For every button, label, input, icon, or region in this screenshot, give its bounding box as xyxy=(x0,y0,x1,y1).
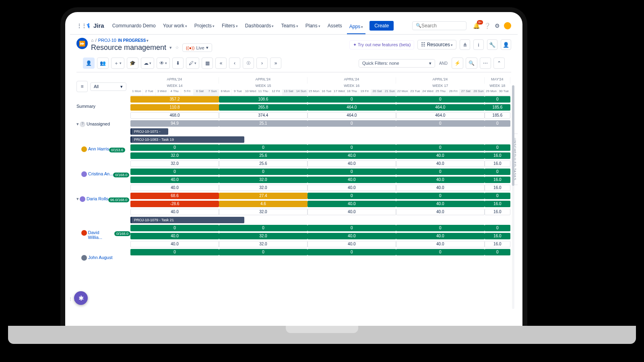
nav-last-icon[interactable]: » xyxy=(270,58,281,69)
org-link[interactable]: Communardo Demo xyxy=(110,21,158,30)
search-icon-tb[interactable]: 🔍 xyxy=(466,58,477,69)
scrollbar[interactable] xyxy=(512,85,514,309)
timeline-grid[interactable]: APRIL'24APRIL'24APRIL'24APRIL'24MAY'24 W… xyxy=(130,77,510,321)
project-icon[interactable]: ⏩ xyxy=(76,38,88,49)
add-button[interactable]: ＋ xyxy=(111,58,124,69)
capacity-row: ▭40.032.040.040.016.0 xyxy=(130,208,510,216)
wrench-icon[interactable]: 🔧 xyxy=(487,39,497,50)
search-icon: 🔍 xyxy=(416,23,421,28)
capacity-row: ≡00000 xyxy=(130,224,510,232)
nav-your-work[interactable]: Your work xyxy=(161,21,190,30)
resource-list: ≡ All▾ Summary ▾?UnassignedAnn Harris0/1… xyxy=(70,77,130,321)
calendar-button[interactable]: ▦ xyxy=(202,58,213,69)
status-badge[interactable]: IN PROGRESS xyxy=(118,38,149,43)
bolt-icon[interactable]: ⚡ xyxy=(452,58,463,69)
capacity-row: ▭-28.64.640.040.016.0 xyxy=(130,200,510,208)
chevron-down-icon[interactable]: ▾ xyxy=(169,45,172,50)
highlight-button[interactable]: 🖊 xyxy=(186,58,199,69)
capacity-row: ≡00000 xyxy=(130,168,510,175)
project-key-link[interactable]: PROJ-10 xyxy=(98,38,116,43)
nav-apps[interactable]: Apps xyxy=(347,22,365,34)
capacity-row: ≡68.627.4000 xyxy=(130,192,510,200)
filter-all-dropdown[interactable]: All▾ xyxy=(90,82,126,91)
nav-today-icon[interactable]: ☉ xyxy=(243,58,254,69)
page-title: Resource management xyxy=(91,43,166,52)
nav-dashboards[interactable]: Dashboards xyxy=(243,21,277,30)
resources-dropdown[interactable]: ☷ Resources xyxy=(417,40,456,49)
capacity-row: ▭40.032.040.040.016.0 xyxy=(130,176,510,183)
chevron-down-icon[interactable]: ▾ xyxy=(76,196,79,202)
capacity-row: ≡94.925.1000 xyxy=(130,120,510,127)
page-header: ⏩ ⌂ / PROJ-10 IN PROGRESS Resource manag… xyxy=(70,35,518,72)
nav-prev-icon[interactable]: ‹ xyxy=(229,58,240,69)
quick-filters-dropdown[interactable]: Quick Filters: none▾ xyxy=(359,59,435,68)
profile-avatar[interactable] xyxy=(504,22,511,29)
resource-row[interactable]: Ann Harris0/153.6 xyxy=(76,146,130,171)
live-indicator[interactable]: ((●))Live▾ xyxy=(182,43,212,52)
task-bar[interactable]: PROJ-10-1083 - Task 19 xyxy=(130,136,244,143)
nav-teams[interactable]: Teams xyxy=(279,21,300,30)
resource-row[interactable]: David Willia...0/168.0 xyxy=(76,229,130,254)
more-icon[interactable]: ⋯ xyxy=(480,58,491,69)
resource-row[interactable]: ▾Daria Rolls96.0/168.0 xyxy=(76,195,130,229)
toolbar: 👤 👥 ＋ 🎓 ☁ 👁 ⬇ 🖊 ▦ « ‹ ☉ › » Quick Filter… xyxy=(76,54,511,72)
capacity-row: ≡00000 xyxy=(130,144,510,151)
capacity-row: ▭32.025.640.040.016.0 xyxy=(130,152,510,159)
star-icon[interactable]: ☆ xyxy=(175,45,179,50)
nav-plans[interactable]: Plans xyxy=(303,21,323,30)
home-icon[interactable]: ⌂ xyxy=(91,38,94,43)
capacity-row: ▭110.8265.8464.0464.0185.6 xyxy=(130,104,510,111)
chevron-down-icon[interactable]: ▾ xyxy=(76,121,79,127)
nav-first-icon[interactable]: « xyxy=(215,58,227,69)
capacity-row: ≡357.2108.6000 xyxy=(130,96,510,103)
app-switcher-icon[interactable] xyxy=(76,23,83,29)
share-icon[interactable]: ⋔ xyxy=(460,39,470,50)
search-box[interactable]: 🔍 xyxy=(412,21,466,30)
summary-label: Summary xyxy=(76,96,130,121)
cloud-button[interactable]: ☁ xyxy=(141,58,154,69)
nav-next-icon[interactable]: › xyxy=(256,58,268,69)
top-nav: Jira Communardo Demo Your work Projects … xyxy=(70,17,518,35)
try-new-features[interactable]: ✦ Try out new features (beta) xyxy=(349,40,415,49)
education-icon[interactable]: 🎓 xyxy=(127,58,138,69)
and-label: AND xyxy=(439,61,448,66)
resource-row[interactable]: Cristina An...0/168.0 xyxy=(76,171,130,195)
collapse-icon[interactable]: ⌃ xyxy=(493,58,505,69)
info-icon[interactable]: i xyxy=(473,39,484,50)
capacity-row: ▭468.0374.4464.0464.0185.6 xyxy=(130,112,510,119)
team-view-button[interactable]: 👥 xyxy=(97,58,109,69)
notifications-icon[interactable]: 🔔 xyxy=(473,23,480,29)
resource-row[interactable]: John August xyxy=(76,254,130,262)
create-button[interactable]: Create xyxy=(369,21,394,31)
task-bar[interactable]: PROJ-10-1071 - xyxy=(130,128,168,135)
capacity-row: ≡00000 xyxy=(130,249,510,256)
search-input[interactable] xyxy=(421,23,463,29)
user-icon[interactable]: 👤 xyxy=(501,39,511,50)
jira-logo[interactable]: Jira xyxy=(85,22,104,29)
capacity-row: ▭32.025.640.040.016.0 xyxy=(130,160,510,167)
capacity-row: ▭40.032.040.040.016.0 xyxy=(130,232,510,240)
settings-icon[interactable]: ⚙ xyxy=(495,23,500,29)
help-icon[interactable]: ❔ xyxy=(484,23,491,29)
resource-row[interactable]: ▾?Unassigned xyxy=(76,121,130,146)
visibility-button[interactable]: 👁 xyxy=(157,58,170,69)
list-view-icon[interactable]: ≡ xyxy=(76,81,88,92)
download-button[interactable]: ⬇ xyxy=(172,58,184,69)
nav-filters[interactable]: Filters xyxy=(219,21,240,30)
capacity-row: ▭40.032.040.040.016.0 xyxy=(130,241,510,248)
user-view-button[interactable]: 👤 xyxy=(83,58,95,69)
task-bar[interactable]: PROJ-10-1079 - Task 21 xyxy=(130,217,244,223)
assistant-fab[interactable]: ✱ xyxy=(74,291,88,305)
capacity-row: ▭40.032.040.040.016.0 xyxy=(130,184,510,191)
nav-assets[interactable]: Assets xyxy=(325,21,345,30)
nav-projects[interactable]: Projects xyxy=(192,21,217,30)
